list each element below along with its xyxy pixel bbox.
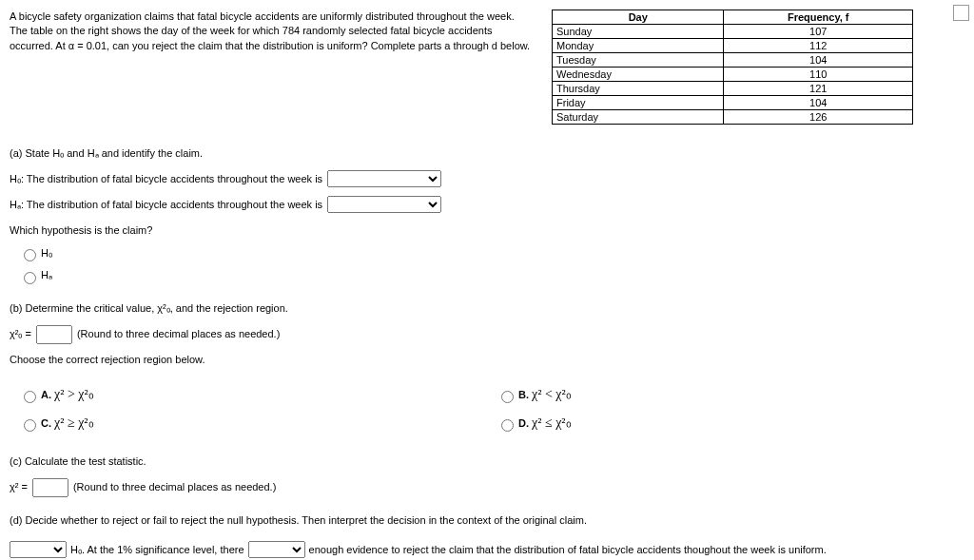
chi0-input[interactable] <box>36 325 72 344</box>
radio-region-a[interactable] <box>24 391 36 403</box>
frequency-table: Day Frequency, f Sunday107Monday112Tuesd… <box>552 10 913 125</box>
ha-label: Hₐ: The distribution of fatal bicycle ac… <box>10 195 322 215</box>
part-c-title: (c) Calculate the test statistic. <box>10 452 964 472</box>
table-cell-day: Wednesday <box>553 68 724 82</box>
chi0-label: χ²₀ = <box>10 324 31 344</box>
chi-input[interactable] <box>32 478 68 497</box>
radio-h0-label[interactable]: H₀ <box>19 247 52 259</box>
round-note-b: (Round to three decimal places as needed… <box>77 324 280 344</box>
table-row: Saturday126 <box>553 110 913 125</box>
round-note-c: (Round to three decimal places as needed… <box>73 477 276 497</box>
table-row: Friday104 <box>553 96 913 110</box>
h0-label: H₀: The distribution of fatal bicycle ac… <box>10 169 322 189</box>
part-b-title: (b) Determine the critical value, χ²₀, a… <box>10 299 964 319</box>
ha-select[interactable] <box>327 196 441 213</box>
part-c: (c) Calculate the test statistic. χ² = (… <box>10 452 964 497</box>
table-header-day: Day <box>553 10 724 25</box>
radio-region-c[interactable] <box>24 419 36 432</box>
choose-region-label: Choose the correct rejection region belo… <box>10 350 964 370</box>
table-cell-day: Friday <box>553 96 724 110</box>
table-row: Thursday121 <box>553 82 913 96</box>
table-row: Tuesday104 <box>553 53 913 68</box>
table-cell-day: Tuesday <box>553 53 724 68</box>
table-row: Wednesday110 <box>553 68 913 82</box>
popout-icon[interactable] <box>953 5 969 21</box>
part-d-title: (d) Decide whether to reject or fail to … <box>10 511 964 531</box>
table-cell-freq: 104 <box>724 96 913 110</box>
part-d: (d) Decide whether to reject or fail to … <box>10 511 964 560</box>
table-header-freq: Frequency, f <box>724 10 913 25</box>
problem-statement: A bicycle safety organization claims tha… <box>10 10 533 125</box>
table-cell-freq: 112 <box>724 39 913 53</box>
table-row: Monday112 <box>553 39 913 53</box>
table-cell-freq: 107 <box>724 25 913 39</box>
part-a-title: (a) State H₀ and Hₐ and identify the cla… <box>10 144 964 164</box>
h0-select[interactable] <box>327 170 441 187</box>
table-cell-day: Thursday <box>553 82 724 96</box>
chi-label: χ² = <box>10 477 28 497</box>
which-claim-label: Which hypothesis is the claim? <box>10 221 964 241</box>
radio-ha-label[interactable]: Hₐ <box>19 269 52 280</box>
table-cell-freq: 126 <box>724 110 913 125</box>
table-cell-freq: 121 <box>724 82 913 96</box>
radio-h0[interactable] <box>24 249 36 261</box>
region-a-label[interactable]: A. χ² > χ²₀ <box>19 389 94 400</box>
radio-region-d[interactable] <box>501 419 514 432</box>
decision-select-1[interactable] <box>10 541 67 558</box>
table-cell-day: Saturday <box>553 110 724 125</box>
table-cell-freq: 104 <box>724 53 913 68</box>
decision-select-2[interactable] <box>248 541 305 558</box>
part-b: (b) Determine the critical value, χ²₀, a… <box>10 299 964 438</box>
d-text1: H₀. At the 1% significance level, there <box>70 540 244 560</box>
table-cell-freq: 110 <box>724 68 913 82</box>
radio-ha[interactable] <box>24 272 36 284</box>
table-row: Sunday107 <box>553 25 913 39</box>
region-d-label[interactable]: D. χ² ≤ χ²₀ <box>497 417 572 429</box>
d-text2: enough evidence to reject the claim that… <box>309 540 827 560</box>
region-b-label[interactable]: B. χ² < χ²₀ <box>497 389 572 400</box>
radio-region-b[interactable] <box>501 391 514 403</box>
table-cell-day: Monday <box>553 39 724 53</box>
problem-header: A bicycle safety organization claims tha… <box>10 10 964 125</box>
part-a: (a) State H₀ and Hₐ and identify the cla… <box>10 144 964 285</box>
table-cell-day: Sunday <box>553 25 724 39</box>
region-c-label[interactable]: C. χ² ≥ χ²₀ <box>19 417 94 429</box>
